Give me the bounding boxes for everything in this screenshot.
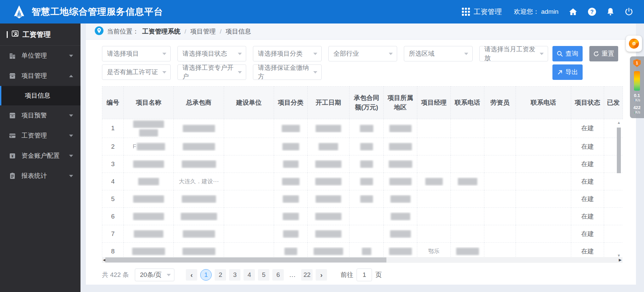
- help-icon[interactable]: ?: [588, 7, 596, 16]
- module-switcher[interactable]: 工资管理: [462, 7, 502, 16]
- svg-text:¥: ¥: [11, 154, 14, 158]
- bell-icon[interactable]: [606, 7, 614, 16]
- redacted-text: [315, 160, 341, 168]
- sidebar-item-6[interactable]: 报表统计: [0, 166, 80, 186]
- filter-select[interactable]: 全部行业: [328, 46, 397, 61]
- prev-page-button[interactable]: ‹: [186, 269, 197, 281]
- goto-label: 前往: [340, 271, 353, 279]
- scroll-up-icon[interactable]: ▲: [616, 120, 621, 125]
- net-speed-widget[interactable]: 1 0.1 ↑K/s 422 ↓K/s: [630, 56, 644, 118]
- column-header: 项目所属地区: [384, 87, 417, 119]
- filter-select[interactable]: 请选择当月工资发放: [479, 46, 548, 61]
- reset-button[interactable]: 重置: [589, 46, 618, 61]
- row-number: 1: [102, 119, 124, 138]
- page-button-1[interactable]: 1: [200, 269, 212, 281]
- welcome-text: 欢迎您： admin: [514, 7, 558, 16]
- sidebar-item-1[interactable]: 单位管理: [0, 46, 80, 66]
- table-cell: [384, 208, 417, 225]
- page-button-4[interactable]: 4: [244, 269, 255, 281]
- projects-table-header: 编号项目名称总承包商建设单位项目分类开工日期承包合同额(万元)项目所属地区项目经…: [102, 86, 623, 119]
- table-row[interactable]: 8鄂乐在建: [102, 243, 623, 257]
- security-shield-badge[interactable]: 1: [633, 59, 641, 67]
- row-number: 2: [102, 138, 124, 155]
- vertical-scroll-thumb[interactable]: [617, 128, 621, 173]
- row-number: 7: [102, 225, 124, 243]
- table-row[interactable]: 7在建: [102, 225, 623, 243]
- filter-select[interactable]: 请选择项目: [102, 46, 171, 61]
- browser-assistant-icon[interactable]: [626, 36, 642, 52]
- goto-page-input[interactable]: [357, 269, 372, 281]
- table-cell: [516, 190, 571, 208]
- chevron-down-icon: [389, 53, 393, 55]
- table-row[interactable]: 2F在建: [102, 138, 623, 155]
- table-cell: [451, 190, 484, 208]
- page-button-2[interactable]: 2: [215, 269, 226, 281]
- filter-row-1: 请选择项目请选择项目状态请选择项目分类全部行业所选区域请选择当月工资发放: [102, 46, 548, 61]
- scroll-right-icon[interactable]: ▶: [618, 257, 623, 263]
- table-cell: [484, 225, 516, 243]
- table-row[interactable]: 3在建: [102, 155, 623, 173]
- table-cell: [224, 243, 274, 257]
- breadcrumb-item[interactable]: 项目管理: [190, 27, 216, 36]
- redacted-text: [360, 125, 373, 132]
- redacted-text: [390, 195, 411, 203]
- more-pages-button[interactable]: ...: [287, 269, 298, 281]
- sidebar-subitem[interactable]: 项目信息: [0, 86, 80, 105]
- redacted-text: [390, 230, 411, 238]
- table-cell: [384, 225, 417, 243]
- filter-select[interactable]: 所选区域: [404, 46, 473, 61]
- redacted-text: [389, 248, 412, 255]
- export-button[interactable]: 导出: [552, 64, 583, 80]
- chevron-down-icon: [69, 55, 73, 57]
- breadcrumb-root[interactable]: 工资管理系统: [142, 27, 180, 36]
- table-cell: [274, 243, 308, 257]
- filter-select[interactable]: 请选择项目状态: [177, 46, 246, 61]
- table-cell: [451, 119, 484, 138]
- sidebar-item-4[interactable]: 工资管理: [0, 126, 80, 146]
- redacted-text: [133, 160, 164, 168]
- wallet-icon: [9, 132, 16, 139]
- page-button-6[interactable]: 6: [272, 269, 284, 281]
- page-button-5[interactable]: 5: [258, 269, 269, 281]
- table-row[interactable]: 4大连久．建设⋯在建: [102, 173, 623, 190]
- filter-select[interactable]: 请选择工资专户开户: [177, 64, 246, 80]
- redacted-text: [389, 125, 412, 132]
- building-icon: [9, 52, 16, 59]
- table-cell: [451, 243, 484, 257]
- redacted-text: [456, 248, 479, 255]
- page-button-22[interactable]: 22: [301, 269, 313, 281]
- breadcrumb-item[interactable]: 项目信息: [226, 27, 251, 36]
- horizontal-scrollbar[interactable]: ◀ ▶: [102, 257, 623, 263]
- table-cell: [274, 119, 308, 138]
- search-button[interactable]: 查询: [552, 46, 583, 61]
- page-title: 智慧工地综合管理服务信息平台: [32, 6, 163, 18]
- filter-select[interactable]: 请选择保证金缴纳方: [253, 64, 322, 80]
- table-cell: [516, 155, 571, 173]
- table-cell: [174, 190, 224, 208]
- vertical-scrollbar[interactable]: ▲ ▼: [616, 120, 621, 258]
- row-number: 5: [102, 190, 124, 208]
- page-size-select[interactable]: 20条/页: [135, 269, 174, 281]
- table-cell: [484, 173, 516, 190]
- home-icon[interactable]: [569, 8, 578, 16]
- redacted-text: [458, 178, 477, 185]
- table-cell: [451, 208, 484, 225]
- table-row[interactable]: 5在建: [102, 190, 623, 208]
- filter-select[interactable]: 是否有施工许可证: [102, 64, 171, 80]
- sidebar-item-2[interactable]: 项目管理: [0, 66, 80, 86]
- redacted-text: [315, 213, 341, 220]
- table-cell: [308, 155, 350, 173]
- sidebar-item-3[interactable]: 项目预警: [0, 105, 80, 126]
- sidebar-item-5[interactable]: ¥资金账户配置: [0, 146, 80, 166]
- filter-select[interactable]: 请选择项目分类: [253, 46, 322, 61]
- redacted-text: [282, 178, 300, 185]
- horizontal-scroll-thumb[interactable]: [105, 257, 386, 262]
- table-cell: [308, 138, 350, 155]
- next-page-button[interactable]: ›: [316, 269, 327, 281]
- svg-text:?: ?: [590, 9, 594, 15]
- power-icon[interactable]: [625, 7, 633, 16]
- table-row[interactable]: 1在建: [102, 119, 623, 138]
- table-row[interactable]: 6在建: [102, 208, 623, 225]
- page-button-3[interactable]: 3: [229, 269, 240, 281]
- redacted-text: [282, 125, 300, 132]
